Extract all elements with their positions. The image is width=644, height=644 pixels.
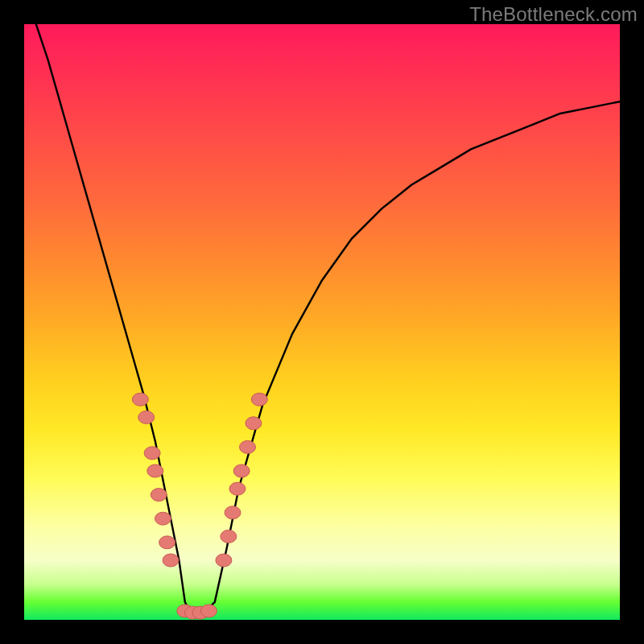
chart-svg: [24, 24, 620, 620]
data-marker: [200, 605, 217, 617]
data-marker: [132, 393, 148, 406]
data-marker: [240, 440, 256, 453]
outer-frame: TheBottleneck.com: [0, 0, 644, 644]
data-marker: [155, 512, 171, 525]
data-marker: [159, 536, 175, 549]
watermark-text: TheBottleneck.com: [469, 3, 638, 26]
data-marker: [144, 447, 160, 460]
data-marker: [221, 530, 237, 543]
data-marker: [225, 506, 241, 519]
data-marker: [233, 464, 250, 477]
data-marker: [163, 554, 179, 567]
data-marker: [246, 417, 262, 430]
data-marker: [216, 554, 232, 567]
data-marker: [151, 489, 167, 502]
bottleneck-curve: [36, 24, 620, 614]
curve-layer: [36, 24, 620, 614]
data-marker: [138, 411, 155, 423]
data-marker: [229, 482, 246, 495]
data-marker: [147, 464, 163, 477]
data-marker: [251, 393, 267, 406]
